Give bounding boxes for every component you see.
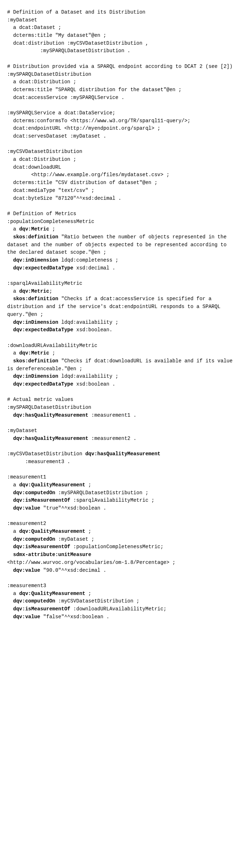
bold-keyword: dqv:QualityMeasurement — [19, 591, 85, 596]
code-text: ; — [49, 350, 55, 356]
code-line: a dcat:Distribution ; — [7, 157, 76, 162]
code-line — [7, 544, 13, 550]
code-text: xsd:decimal . — [73, 265, 116, 271]
bold-keyword: dqv:computedOn — [13, 490, 55, 496]
code-line: # Distribution provided via a SPARQL end… — [7, 64, 232, 69]
code-line: a dcat:Distribution ; — [7, 79, 76, 85]
bold-keyword: dqv:Metric — [19, 350, 49, 356]
code-line — [7, 296, 13, 302]
code-line: :mySPARQLDatasetDistribution — [7, 405, 91, 410]
code-text: :measurement3 . — [7, 459, 70, 465]
code-line: a dcat:Dataset ; — [7, 25, 61, 30]
code-line: :myCSVDatasetDistribution — [7, 149, 82, 154]
code-line — [7, 257, 13, 263]
code-text: :myCSVDatasetDistribution ; — [55, 598, 139, 604]
bold-keyword: dqv:Metric — [19, 288, 49, 294]
code-line: <http://www.example.org/files/mydataset.… — [7, 172, 170, 178]
code-line — [7, 319, 13, 325]
code-text: <http://www.wurvoc.org/vocabularies/om-1… — [7, 560, 175, 565]
code-line — [7, 373, 13, 379]
code-line: dcat:distribution :myCSVDatasetDistribut… — [7, 40, 148, 46]
code-line: :mySPARQLDatasetDistribution . — [7, 48, 130, 54]
code-line: dcat:mediaType "text/csv" ; — [7, 188, 94, 193]
code-line — [7, 552, 13, 557]
code-line — [7, 606, 13, 612]
code-line: :populationCompletenessMetric — [7, 219, 94, 224]
bold-keyword: dqv:expectedDataType — [13, 381, 73, 387]
bold-keyword: dqv:isMeasurementOf — [13, 606, 70, 612]
code-text: :myDataset ; — [55, 536, 94, 542]
code-line: dcterms:conformsTo <https://www.w3.org/T… — [7, 118, 191, 124]
bold-keyword: skos:definition — [13, 234, 58, 240]
code-text: xsd:boolean . — [73, 381, 116, 387]
code-line: a — [7, 350, 19, 356]
code-text: xsd:boolean. — [73, 327, 112, 333]
bold-keyword: dqv:QualityMeasurement — [19, 529, 85, 534]
code-line: a — [7, 529, 19, 534]
bold-keyword: dqv:inDimension — [13, 257, 58, 263]
bold-keyword: dqv:computedOn — [13, 598, 55, 604]
bold-keyword: dqv:expectedDataType — [13, 265, 73, 271]
code-line: dcterms:title "My dataset"@en ; — [7, 33, 106, 38]
code-line: dcterms:title "CSV distribution of datas… — [7, 180, 157, 185]
code-line: # Definition of a Dataset and its Distri… — [7, 9, 145, 15]
code-text: ; — [85, 482, 91, 488]
code-text: ; — [49, 288, 52, 294]
code-line: :myCSVDatasetDistribution — [7, 451, 85, 457]
bold-keyword: dqv:isMeasurementOf — [13, 497, 70, 503]
bold-keyword: dqv:hasQualityMeasurement — [13, 412, 88, 418]
code-line — [7, 598, 13, 604]
code-text: ldqd:availability ; — [58, 373, 118, 379]
code-text: ; — [85, 591, 91, 596]
code-text: "true"^^xsd:boolean . — [40, 505, 106, 511]
code-text: "false"^^xsd:boolean . — [40, 614, 109, 620]
code-line: :measurement2 — [7, 521, 46, 526]
bold-keyword: skos:definition — [13, 296, 58, 302]
bold-keyword: dqv:inDimension — [13, 373, 58, 379]
code-line — [7, 490, 13, 496]
code-text: :measurement2 . — [88, 436, 136, 441]
bold-keyword: dqv:Metric — [19, 226, 49, 232]
code-text: ldqd:completeness ; — [58, 257, 118, 263]
code-line: :downloadURLAvailabilityMetric — [7, 343, 97, 348]
code-line — [7, 412, 13, 418]
code-line: :measurement1 — [7, 474, 46, 480]
code-text: :downloadURLAvailabilityMetric; — [70, 606, 166, 612]
code-text: "90.0"^^xsd:decimal . — [40, 567, 106, 573]
code-line — [7, 497, 13, 503]
code-line — [7, 381, 13, 387]
code-line — [7, 505, 13, 511]
code-line: dcat:byteSize "87120"^^xsd:decimal . — [7, 195, 121, 201]
code-line — [7, 536, 13, 542]
code-line: dcat:endpointURL <http://myendpoint.org/… — [7, 125, 160, 131]
code-text: ; — [85, 529, 91, 534]
code-line: a — [7, 226, 19, 232]
bold-keyword: dqv:value — [13, 614, 40, 620]
code-listing: # Definition of a Dataset and its Distri… — [7, 9, 238, 621]
code-line — [7, 436, 13, 441]
code-text: ldqd:availability ; — [58, 319, 118, 325]
code-line: a — [7, 482, 19, 488]
code-line: :myDataset — [7, 428, 37, 433]
code-line — [7, 614, 13, 620]
bold-keyword: dqv:isMeasurementOf — [13, 544, 70, 550]
bold-keyword: sdmx-attribute:unitMeasure — [13, 552, 91, 557]
code-line: :mySPARQLDatasetDistribution — [7, 71, 91, 77]
code-line — [7, 265, 13, 271]
bold-keyword: dqv:value — [13, 505, 40, 511]
code-text: :measurement1 . — [88, 412, 136, 418]
code-line: dcat:accessService :mySPARQLService . — [7, 95, 124, 100]
bold-keyword: dqv:hasQualityMeasurement — [13, 436, 88, 441]
code-line — [7, 327, 13, 333]
code-line: # Definition of Metrics — [7, 211, 76, 217]
code-line — [7, 358, 13, 364]
code-line — [7, 567, 13, 573]
code-line: :measurement3 — [7, 583, 46, 589]
code-text: :sparqlAvailabilityMetric ; — [70, 497, 154, 503]
code-line: # Actual metric values — [7, 397, 73, 402]
code-line: :mySPARQLService a dcat:DataService; — [7, 110, 115, 116]
code-line: dcterms:title "SPARQL distribution for t… — [7, 87, 181, 93]
code-line: :myDataset — [7, 17, 37, 23]
bold-keyword: dqv:hasQualityMeasurement — [85, 451, 160, 457]
code-line: dcat:downloadURL — [7, 164, 61, 170]
